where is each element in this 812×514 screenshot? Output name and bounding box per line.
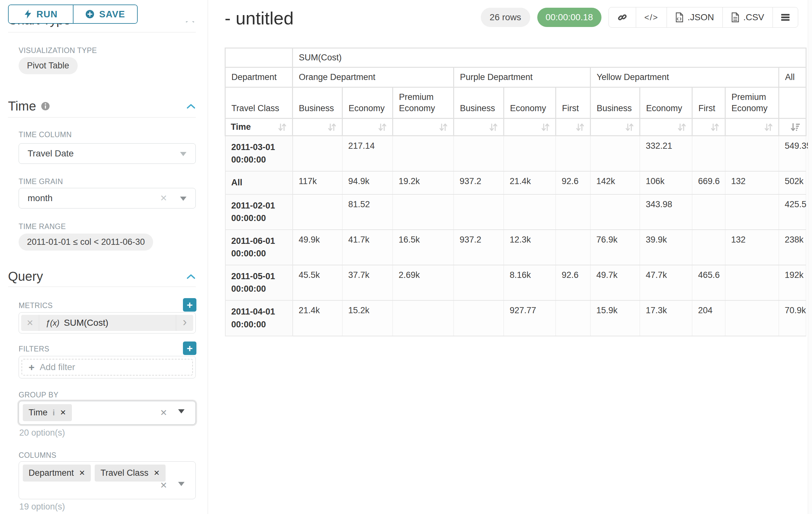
pivot-value-cell (725, 265, 779, 300)
sort-icon[interactable] (541, 123, 550, 132)
pivot-value-cell: 76.9k (590, 230, 640, 265)
pivot-value-cell (556, 230, 590, 265)
clear-icon[interactable]: ✕ (160, 408, 167, 418)
group-by-select[interactable]: Timei✕ ✕ (19, 401, 196, 425)
remove-pill-icon[interactable]: ✕ (79, 469, 85, 477)
add-filter-button[interactable]: + (183, 342, 196, 355)
columns-pill[interactable]: Department✕ (23, 464, 91, 482)
sort-icon[interactable] (575, 123, 585, 132)
column-leaf-header (779, 87, 806, 118)
columns-select[interactable]: Department✕Travel Class✕ ✕ (19, 461, 196, 499)
remove-pill-icon[interactable]: ✕ (60, 408, 66, 417)
export-button-group: </> .JSON .CSV (609, 7, 798, 28)
columns-pill-label: Travel Class (100, 468, 148, 478)
pivot-value-cell: 16.5k (393, 230, 454, 265)
pivot-value-cell: 669.6 (692, 171, 725, 194)
sort-icon[interactable] (625, 123, 634, 132)
pivot-value-cell: 8.16k (504, 265, 556, 300)
sort-icon[interactable] (710, 123, 720, 132)
pivot-value-cell: 132 (725, 171, 779, 194)
pivot-value-cell (393, 194, 454, 230)
pivot-value-cell: 192k (779, 265, 806, 300)
column-group-header: Yellow Department (590, 67, 779, 87)
time-range-value[interactable]: 2011-01-01 ≤ col < 2011-06-30 (19, 234, 153, 250)
clear-icon[interactable]: ✕ (160, 480, 167, 491)
sort-icon[interactable] (677, 123, 687, 132)
scrollbar-track[interactable] (808, 0, 812, 514)
column-leaf-header: Economy (640, 87, 692, 118)
time-section-header: Time (8, 99, 196, 113)
save-button[interactable]: SAVE (73, 5, 137, 23)
collapse-chevron-icon[interactable] (186, 274, 196, 279)
sort-icon[interactable] (438, 123, 448, 132)
chevron-right-icon[interactable]: › (176, 315, 193, 331)
sort-icon[interactable] (377, 123, 387, 132)
sort-header-cell (343, 118, 393, 136)
view-query-button[interactable]: </> (636, 7, 667, 27)
sort-icon[interactable] (763, 123, 773, 132)
sort-header-cell: Time (225, 118, 293, 136)
remove-pill-icon[interactable]: ✕ (153, 469, 160, 477)
pivot-value-cell (454, 194, 504, 230)
query-section-header: Query (8, 269, 196, 284)
pivot-value-cell: 21.4k (504, 171, 556, 194)
metric-header-cell: SUM(Cost) (293, 48, 806, 67)
column-group-header: Purple Department (454, 67, 590, 87)
chevron-down-icon[interactable] (180, 197, 186, 201)
visualization-type-value[interactable]: Pivot Table (19, 57, 78, 74)
chevron-down-icon[interactable] (180, 152, 186, 156)
pivot-value-cell: 332.21 (640, 136, 692, 171)
clear-icon[interactable]: ✕ (160, 193, 167, 204)
metric-value: SUM(Cost) (64, 318, 108, 328)
time-grain-value: month (28, 193, 53, 204)
sort-cell-content (645, 121, 687, 133)
time-grain-select[interactable]: month ✕ (19, 188, 196, 209)
chevron-down-icon[interactable] (178, 482, 184, 486)
sort-cell-content (596, 121, 634, 133)
more-options-button[interactable] (773, 7, 798, 27)
csv-file-icon (731, 12, 740, 23)
sort-cell-content (698, 121, 720, 133)
collapse-chevron-icon[interactable] (186, 104, 196, 109)
chevron-down-icon[interactable] (178, 409, 184, 413)
metric-chip[interactable]: ✕ ƒ(x) SUM(Cost) › (21, 315, 193, 331)
pivot-value-cell (504, 194, 556, 230)
result-controls: 26 rows 00:00:00.18 </> .JSON .CSV (481, 7, 798, 28)
pivot-value-cell: 92.6 (556, 265, 590, 300)
sort-icon[interactable] (277, 123, 287, 132)
sort-header-cell (293, 118, 343, 136)
run-button[interactable]: RUN (9, 5, 73, 23)
column-group-header: Orange Department (293, 67, 454, 87)
sort-desc-icon[interactable] (790, 123, 801, 132)
plus-icon: + (29, 362, 35, 372)
code-icon: </> (644, 12, 659, 23)
pivot-value-cell: 117k (293, 171, 343, 194)
pivot-value-cell (556, 194, 590, 230)
pivot-value-cell (293, 194, 343, 230)
column-group-header: All (779, 67, 806, 87)
group-by-pill[interactable]: Timei✕ (23, 404, 72, 421)
time-section-title: Time (8, 99, 36, 113)
export-json-button[interactable]: .JSON (667, 7, 722, 27)
sort-cell-content (298, 121, 337, 133)
info-icon[interactable] (41, 102, 50, 110)
sort-icon[interactable] (489, 123, 498, 132)
pivot-value-cell: 217.14 (343, 136, 393, 171)
share-link-button[interactable] (609, 7, 636, 27)
pivot-value-cell (393, 300, 454, 336)
export-csv-button[interactable]: .CSV (722, 7, 773, 27)
section-divider (8, 32, 196, 32)
hamburger-menu-icon (781, 13, 789, 21)
pivot-value-cell (692, 136, 725, 171)
info-icon[interactable]: i (53, 408, 55, 417)
columns-pill[interactable]: Travel Class✕ (95, 464, 165, 482)
visualization-type-label: VISUALIZATION TYPE (19, 46, 97, 55)
pivot-value-cell (556, 136, 590, 171)
add-filter-dropzone[interactable]: + Add filter (22, 359, 193, 376)
remove-metric-icon[interactable]: ✕ (21, 315, 39, 331)
group-by-label: GROUP BY (19, 390, 58, 399)
add-metric-button[interactable]: + (183, 298, 196, 312)
sort-icon[interactable] (327, 123, 337, 132)
time-column-select[interactable]: Travel Date (19, 143, 196, 164)
function-icon: ƒ(x) (46, 318, 59, 328)
